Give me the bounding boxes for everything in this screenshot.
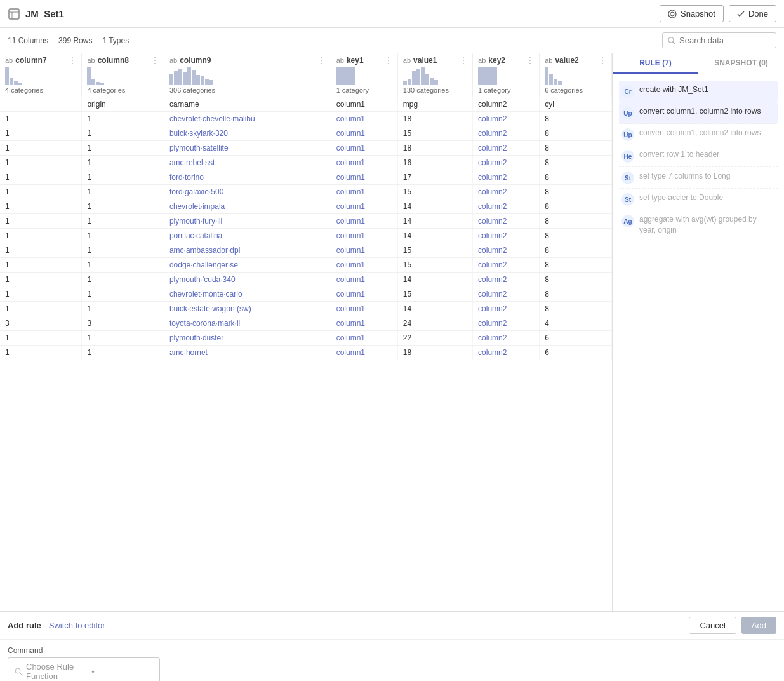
table-cell: 14 bbox=[397, 229, 472, 243]
table-cell: origin bbox=[82, 97, 164, 112]
table-row: 11chevrolet·impalacolumn114column28 bbox=[0, 199, 612, 214]
table-cell: chevrolet·impala bbox=[164, 199, 331, 214]
table-cell: column2 bbox=[473, 229, 540, 243]
table-cell: 8 bbox=[540, 185, 612, 199]
rule-item[interactable]: Heconvert row 1 to header bbox=[619, 145, 778, 167]
add-button[interactable]: Add bbox=[741, 617, 776, 634]
histogram-key1 bbox=[336, 66, 392, 85]
table-row: 11pontiac·catalinacolumn114column28 bbox=[0, 229, 612, 243]
svg-rect-0 bbox=[9, 9, 19, 19]
table-cell: column1 bbox=[331, 258, 397, 273]
command-select[interactable]: Choose Rule Function ▾ bbox=[8, 657, 160, 681]
rule-text: set type accler to Double bbox=[639, 192, 723, 203]
table-cell: column2 bbox=[473, 156, 540, 170]
col-menu-value1[interactable]: ⋮ bbox=[460, 56, 467, 65]
bottom-toolbar-left: Add rule Switch to editor bbox=[8, 621, 105, 630]
table-cell: 18 bbox=[397, 141, 472, 156]
col-header-column8: ab column8 ⋮ 4 categories bbox=[82, 53, 164, 97]
snapshot-button[interactable]: Snapshot bbox=[660, 5, 724, 22]
table-cell: 18 bbox=[397, 346, 472, 360]
app-header: JM_Set1 Snapshot Done bbox=[0, 0, 784, 28]
col-category-value2: 6 categories bbox=[545, 86, 606, 94]
rule-item[interactable]: Crcreate with JM_Set1 bbox=[619, 81, 778, 102]
table-cell: column2 bbox=[473, 185, 540, 199]
table-cell: 8 bbox=[540, 199, 612, 214]
table-cell: chevrolet·chevelle·malibu bbox=[164, 112, 331, 126]
table-cell: 1 bbox=[0, 258, 82, 273]
table-cell: 15 bbox=[397, 243, 472, 258]
rule-item[interactable]: Stset type 7 columns to Long bbox=[619, 167, 778, 189]
done-button[interactable]: Done bbox=[729, 5, 776, 22]
command-placeholder: Choose Rule Function bbox=[26, 662, 88, 681]
app-icon bbox=[8, 8, 20, 20]
bottom-toolbar: Add rule Switch to editor Cancel Add bbox=[0, 612, 784, 640]
table-row: 11chevrolet·monte·carlocolumn115column28 bbox=[0, 287, 612, 302]
rule-icon: He bbox=[621, 150, 634, 163]
table-cell: 8 bbox=[540, 156, 612, 170]
svg-point-4 bbox=[670, 12, 674, 16]
rule-item[interactable]: Upconvert column1, column2 into rows bbox=[619, 102, 778, 124]
table-cell: column2 bbox=[473, 258, 540, 273]
table-cell: 1 bbox=[0, 229, 82, 243]
rule-item[interactable]: Agaggregate with avg(wt) grouped by year… bbox=[619, 210, 778, 239]
tab-rule[interactable]: RULE (7) bbox=[613, 53, 698, 74]
table-cell: 24 bbox=[397, 316, 472, 331]
col-category-key1: 1 category bbox=[336, 86, 392, 94]
table-cell: 15 bbox=[397, 126, 472, 141]
table-row: 33toyota·corona·mark·iicolumn124column24 bbox=[0, 316, 612, 331]
table-cell: 8 bbox=[540, 112, 612, 126]
table-cell: 6 bbox=[540, 331, 612, 346]
table-cell: 14 bbox=[397, 199, 472, 214]
tab-snapshot[interactable]: SNAPSHOT (0) bbox=[698, 53, 784, 74]
col-menu-column9[interactable]: ⋮ bbox=[318, 56, 326, 65]
search-box[interactable] bbox=[662, 32, 776, 48]
rule-item[interactable]: Upconvert column1, column2 into rows bbox=[619, 124, 778, 145]
title-area: JM_Set1 bbox=[8, 8, 64, 20]
col-menu-key2[interactable]: ⋮ bbox=[526, 56, 534, 65]
search-input[interactable] bbox=[679, 36, 768, 45]
table-cell: amc·hornet bbox=[164, 346, 331, 360]
table-cell: 14 bbox=[397, 273, 472, 287]
rule-text: convert row 1 to header bbox=[639, 149, 719, 160]
table-cell: 1 bbox=[0, 346, 82, 360]
table-cell: column1 bbox=[331, 302, 397, 316]
bottom-toolbar-right: Cancel Add bbox=[689, 617, 776, 634]
table-cell: 1 bbox=[0, 126, 82, 141]
panel-content: Crcreate with JM_Set1Upconvert column1, … bbox=[613, 74, 784, 611]
table-cell: column1 bbox=[331, 273, 397, 287]
table-scroll[interactable]: ab column7 ⋮ 4 categories bbox=[0, 53, 612, 611]
search-small-icon bbox=[15, 668, 22, 675]
cancel-button[interactable]: Cancel bbox=[689, 617, 736, 634]
data-table: ab column7 ⋮ 4 categories bbox=[0, 53, 612, 360]
search-icon bbox=[668, 37, 675, 44]
table-cell: 1 bbox=[0, 214, 82, 229]
col-category-value1: 130 categories bbox=[403, 86, 467, 94]
table-row: 11ford·torinocolumn117column28 bbox=[0, 170, 612, 185]
table-cell: 1 bbox=[82, 302, 164, 316]
col-menu-column8[interactable]: ⋮ bbox=[151, 56, 159, 65]
col-menu-value2[interactable]: ⋮ bbox=[599, 56, 606, 65]
table-cell: 16 bbox=[397, 156, 472, 170]
table-cell: ford·galaxie·500 bbox=[164, 185, 331, 199]
table-cell: 15 bbox=[397, 258, 472, 273]
table-cell: amc·rebel·sst bbox=[164, 156, 331, 170]
table-cell: 1 bbox=[82, 156, 164, 170]
table-cell: 1 bbox=[0, 185, 82, 199]
table-cell: column1 bbox=[331, 229, 397, 243]
rule-item[interactable]: Stset type accler to Double bbox=[619, 189, 778, 210]
table-cell: ford·torino bbox=[164, 170, 331, 185]
col-menu-key1[interactable]: ⋮ bbox=[385, 56, 392, 65]
camera-icon bbox=[668, 10, 677, 18]
table-cell: 15 bbox=[397, 185, 472, 199]
col-category-column8: 4 categories bbox=[87, 86, 159, 94]
col-category-column9: 306 categories bbox=[169, 86, 326, 94]
row-count: 399 Rows bbox=[58, 36, 92, 45]
table-cell: 1 bbox=[82, 346, 164, 360]
col-menu-column7[interactable]: ⋮ bbox=[69, 56, 76, 65]
svg-line-6 bbox=[673, 42, 675, 44]
table-header-row: ab column7 ⋮ 4 categories bbox=[0, 53, 612, 97]
switch-editor-link[interactable]: Switch to editor bbox=[49, 621, 105, 630]
table-cell: 1 bbox=[0, 170, 82, 185]
table-cell: 6 bbox=[540, 346, 612, 360]
chevron-down-icon: ▾ bbox=[91, 668, 153, 675]
